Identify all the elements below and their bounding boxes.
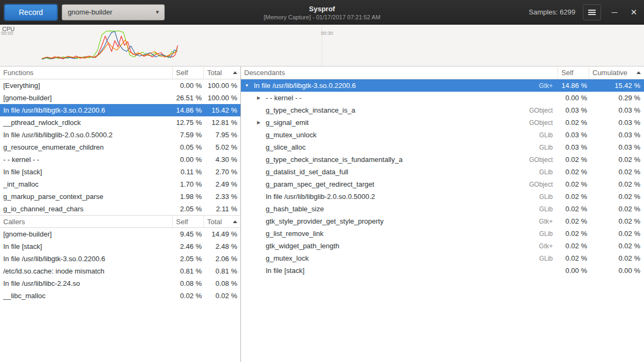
total-percent: 2.11 % xyxy=(204,205,240,213)
close-button[interactable]: ✕ xyxy=(628,6,640,18)
total-percent: 7.95 % xyxy=(204,131,240,139)
self-percent: 0.02 % xyxy=(558,242,589,250)
table-row[interactable]: __pthread_rwlock_rdlock12.75 %12.81 % xyxy=(0,116,240,129)
samples-count: Samples: 6299 xyxy=(529,8,575,16)
column-header-total[interactable]: Total xyxy=(204,67,240,79)
table-row[interactable]: In file /usr/lib/libglib-2.0.so.0.5000.2… xyxy=(0,129,240,141)
self-percent: 0.03 % xyxy=(558,131,589,139)
table-row[interactable]: g_type_check_instance_is_fundamentally_a… xyxy=(241,153,644,166)
self-percent: 7.59 % xyxy=(173,131,204,139)
menu-button[interactable] xyxy=(583,4,601,20)
callers-table: Callers Self Total [gnome-builder]9.45 %… xyxy=(0,215,240,302)
total-percent: 15.42 % xyxy=(204,106,240,114)
table-row[interactable]: gtk_style_provider_get_style_propertyGtk… xyxy=(241,215,644,227)
self-percent: 9.45 % xyxy=(173,230,204,238)
table-row[interactable]: g_slice_allocGLib0.03 %0.03 % xyxy=(241,141,644,153)
table-row[interactable]: g_datalist_id_set_data_fullGLib0.02 %0.0… xyxy=(241,166,644,178)
sort-indicator-icon xyxy=(233,220,237,223)
library-label: GLib xyxy=(539,193,558,201)
function-name: g_signal_emit xyxy=(262,119,529,127)
table-row[interactable]: gtk_widget_path_lengthGtk+0.02 %0.02 % xyxy=(241,240,644,252)
total-percent: 100.00 % xyxy=(204,94,240,102)
functions-table: Functions Self Total [Everything]0.00 %1… xyxy=(0,67,240,215)
column-header-self[interactable]: Self xyxy=(173,216,204,227)
table-row[interactable]: _int_malloc1.70 %2.49 % xyxy=(0,178,240,190)
functions-rows: [Everything]0.00 %100.00 %[gnome-builder… xyxy=(0,79,240,215)
self-percent: 12.75 % xyxy=(173,119,204,127)
function-name: In file [stack] xyxy=(262,267,553,275)
column-header-callers[interactable]: Callers xyxy=(0,216,173,227)
library-label: GLib xyxy=(539,144,558,151)
self-percent: 1.98 % xyxy=(173,193,204,201)
library-label: Gtk+ xyxy=(539,218,558,225)
column-header-descendants[interactable]: Descendants xyxy=(241,67,558,79)
cumulative-percent: 15.42 % xyxy=(589,82,644,90)
function-name: In file /usr/lib/libglib-2.0.so.0.5000.2 xyxy=(0,131,173,139)
expander-closed-icon[interactable]: ▶ xyxy=(255,120,262,125)
record-button[interactable]: Record xyxy=(4,4,57,20)
table-row[interactable]: [gnome-builder]9.45 %14.49 % xyxy=(0,228,240,240)
total-percent: 2.48 % xyxy=(204,242,240,250)
library-label: GObject xyxy=(529,156,558,164)
expander-closed-icon[interactable]: ▶ xyxy=(255,95,262,100)
table-row[interactable]: g_list_remove_linkGLib0.02 %0.02 % xyxy=(241,227,644,240)
table-row[interactable]: g_mutex_lockGLib0.02 %0.02 % xyxy=(241,252,644,264)
cumulative-percent: 0.02 % xyxy=(589,254,644,262)
self-percent: 14.86 % xyxy=(173,106,204,114)
cpu-graph[interactable]: CPU 00:00 00:30 xyxy=(0,25,644,67)
cumulative-percent: 0.02 % xyxy=(589,205,644,213)
self-percent: 0.81 % xyxy=(173,267,204,275)
column-header-cumulative[interactable]: Cumulative xyxy=(589,67,644,79)
table-row[interactable]: ▶- - kernel - -0.00 %0.29 % xyxy=(241,92,644,104)
chevron-down-icon: ▾ xyxy=(156,9,159,16)
function-name: g_list_remove_link xyxy=(262,230,539,238)
table-row[interactable]: In file [stack]2.46 %2.48 % xyxy=(0,240,240,253)
table-row[interactable]: g_mutex_unlockGLib0.03 %0.03 % xyxy=(241,129,644,141)
library-label: GObject xyxy=(529,107,558,114)
function-name: g_datalist_id_set_data_full xyxy=(262,168,539,176)
expander-open-icon[interactable]: ▼ xyxy=(243,83,251,88)
capture-subtitle: [Memory Capture] - 01/17/2017 07:21:52 A… xyxy=(264,13,380,20)
table-row[interactable]: ▼In file /usr/lib/libgtk-3.so.0.2200.6Gt… xyxy=(241,79,644,92)
table-row[interactable]: In file /usr/lib/libglib-2.0.so.0.5000.2… xyxy=(241,190,644,203)
self-percent: 0.11 % xyxy=(173,168,204,176)
column-header-label: Self xyxy=(176,218,188,226)
table-row[interactable]: [gnome-builder]26.51 %100.00 % xyxy=(0,92,240,104)
function-name: g_markup_parse_context_parse xyxy=(0,193,173,201)
function-name: gtk_style_provider_get_style_property xyxy=(262,217,539,225)
column-header-label: Descendants xyxy=(244,69,285,77)
table-row[interactable]: - - kernel - -0.00 %4.30 % xyxy=(0,153,240,166)
table-row[interactable]: /etc/ld.so.cache: inode mismatch0.81 %0.… xyxy=(0,265,240,277)
table-row[interactable]: In file [stack]0.11 %2.70 % xyxy=(0,166,240,178)
table-row[interactable]: __libc_malloc0.02 %0.02 % xyxy=(0,290,240,302)
library-label: GLib xyxy=(539,131,558,139)
column-header-label: Self xyxy=(176,69,188,77)
process-selector[interactable]: gnome-builder ▾ xyxy=(62,4,165,20)
table-row[interactable]: g_markup_parse_context_parse1.98 %2.33 % xyxy=(0,190,240,203)
table-row[interactable]: g_param_spec_get_redirect_targetGObject0… xyxy=(241,178,644,190)
table-row[interactable]: g_type_check_instance_is_aGObject0.03 %0… xyxy=(241,104,644,116)
sort-indicator-icon xyxy=(636,71,641,74)
table-row[interactable]: [Everything]0.00 %100.00 % xyxy=(0,79,240,92)
table-row[interactable]: g_io_channel_read_chars2.05 %2.11 % xyxy=(0,203,240,215)
self-percent: 0.00 % xyxy=(558,94,589,102)
cpu-series-cpu2 xyxy=(42,32,178,60)
table-row[interactable]: In file /usr/lib/libgtk-3.so.0.2200.614.… xyxy=(0,104,240,116)
cpu-series-cpu3 xyxy=(42,40,177,58)
minimize-button[interactable]: ─ xyxy=(609,6,620,18)
table-row[interactable]: g_hash_table_sizeGLib0.02 %0.02 % xyxy=(241,203,644,215)
column-header-self[interactable]: Self xyxy=(558,67,589,79)
self-percent: 0.02 % xyxy=(558,254,589,262)
function-name: In file /usr/lib/libgtk-3.so.0.2200.6 xyxy=(0,255,173,263)
callers-header-row: Callers Self Total xyxy=(0,215,240,228)
self-percent: 0.02 % xyxy=(558,205,589,213)
column-header-self[interactable]: Self xyxy=(173,67,204,79)
table-row[interactable]: In file [stack]0.00 %0.00 % xyxy=(241,264,644,277)
table-row[interactable]: g_resource_enumerate_children0.05 %5.02 … xyxy=(0,141,240,153)
table-row[interactable]: ▶g_signal_emitGObject0.02 %0.03 % xyxy=(241,116,644,129)
column-header-functions[interactable]: Functions xyxy=(0,67,173,79)
function-name: g_mutex_unlock xyxy=(262,131,539,139)
table-row[interactable]: In file /usr/lib/libgtk-3.so.0.2200.62.0… xyxy=(0,253,240,265)
column-header-total[interactable]: Total xyxy=(204,216,240,227)
table-row[interactable]: In file /usr/lib/libc-2.24.so0.08 %0.08 … xyxy=(0,277,240,290)
